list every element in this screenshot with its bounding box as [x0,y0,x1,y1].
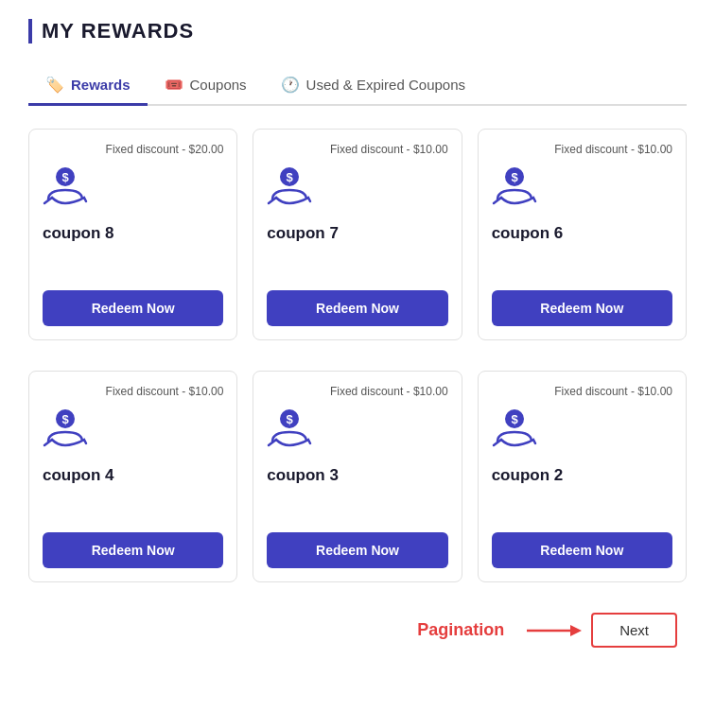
coupons-grid-row1: Fixed discount - $20.00 $ coupon 8 Redee… [28,129,687,340]
clock-icon: 🕐 [281,76,300,94]
coupon-4-discount: Fixed discount - $10.00 [43,385,223,398]
coupon-6-name: coupon 6 [492,224,672,243]
svg-text:$: $ [61,170,69,184]
tab-used-expired[interactable]: 🕐 Used & Expired Coupons [264,66,482,106]
page-title: MY REWARDS [28,19,687,43]
rewards-icon: 🏷️ [45,76,64,94]
coupon-8-discount: Fixed discount - $20.00 [43,143,223,156]
coupon-card-7: Fixed discount - $10.00 $ coupon 7 Redee… [253,129,462,340]
coupon-card-6: Fixed discount - $10.00 $ coupon 6 Redee… [478,129,687,340]
coupon-3-icon: $ [267,407,312,453]
coupon-2-icon: $ [492,407,537,453]
tab-coupons[interactable]: 🎟️ Coupons [148,66,264,106]
coupon-3-name: coupon 3 [267,466,447,485]
coupon-7-icon: $ [267,165,312,211]
tabs-bar: 🏷️ Rewards 🎟️ Coupons 🕐 Used & Expired C… [28,66,687,106]
redeem-btn-7[interactable]: Redeem Now [267,290,447,326]
next-button[interactable]: Next [591,613,677,648]
redeem-btn-6[interactable]: Redeem Now [492,290,672,326]
redeem-btn-3[interactable]: Redeem Now [267,532,447,568]
redeem-btn-8[interactable]: Redeem Now [43,290,223,326]
svg-text:$: $ [511,170,518,184]
coupon-card-2: Fixed discount - $10.00 $ coupon 2 Redee… [478,371,687,582]
svg-text:$: $ [511,412,518,426]
coupon-7-discount: Fixed discount - $10.00 [267,143,447,156]
coupon-7-name: coupon 7 [267,224,447,243]
svg-marker-13 [570,625,582,636]
svg-text:$: $ [287,170,294,184]
coupons-grid-row2: Fixed discount - $10.00 $ coupon 4 Redee… [28,371,687,582]
svg-text:$: $ [287,412,294,426]
redeem-btn-4[interactable]: Redeem Now [43,532,223,568]
redeem-btn-2[interactable]: Redeem Now [492,532,672,568]
coupons-icon: 🎟️ [165,76,183,94]
svg-text:$: $ [61,412,69,426]
coupon-3-discount: Fixed discount - $10.00 [267,385,447,398]
tab-rewards[interactable]: 🏷️ Rewards [28,66,148,106]
coupon-4-name: coupon 4 [43,466,223,485]
coupon-6-discount: Fixed discount - $10.00 [492,143,672,156]
coupon-2-name: coupon 2 [492,466,672,485]
pagination-arrow: Next [527,613,677,648]
coupon-card-8: Fixed discount - $20.00 $ coupon 8 Redee… [28,129,237,340]
coupon-card-4: Fixed discount - $10.00 $ coupon 4 Redee… [28,371,237,582]
coupon-2-discount: Fixed discount - $10.00 [492,385,672,398]
pagination-area: Pagination Next [28,613,687,648]
coupon-4-icon: $ [43,407,88,453]
pagination-label: Pagination [417,620,504,640]
coupon-8-icon: $ [43,165,88,211]
arrow-right-icon [527,619,584,642]
coupon-6-icon: $ [492,165,537,211]
coupon-8-name: coupon 8 [43,224,223,243]
coupon-card-3: Fixed discount - $10.00 $ coupon 3 Redee… [253,371,462,582]
